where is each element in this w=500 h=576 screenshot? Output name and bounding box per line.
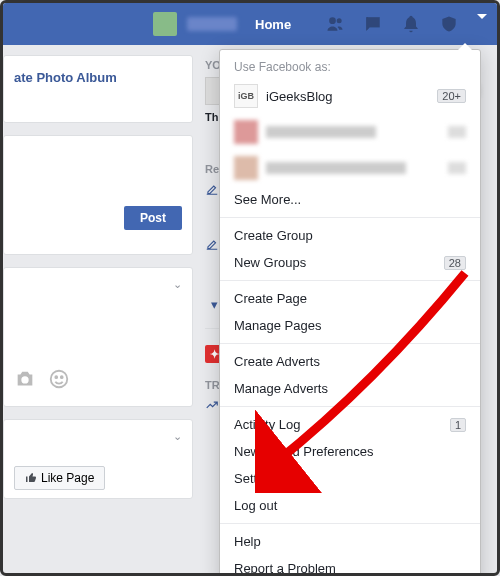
post-button[interactable]: Post [124,206,182,230]
edit-icon [205,182,219,196]
top-navbar: Home [3,3,497,45]
notifications-icon[interactable] [401,14,421,34]
page-badge: 20+ [437,89,466,103]
new-groups-item[interactable]: New Groups28 [220,249,480,276]
create-album-link[interactable]: ate Photo Album [14,70,117,85]
activity-badge: 1 [450,418,466,432]
camera-icon[interactable] [14,368,36,390]
switch-page-item-3[interactable] [220,150,480,186]
news-feed-prefs-item[interactable]: News Feed Preferences [220,438,480,465]
new-groups-badge: 28 [444,256,466,270]
home-link[interactable]: Home [255,17,291,32]
manage-adverts-item[interactable]: Manage Adverts [220,375,480,402]
emoji-icon[interactable] [48,368,70,390]
edit-icon-2 [205,237,219,251]
thumbs-up-icon [25,472,37,484]
blurred-thumb [234,120,258,144]
like-page-label: Like Page [41,471,94,485]
account-dropdown: Use Facebook as: iGB iGeeksBlog 20+ See … [219,49,481,576]
account-menu-caret-icon[interactable] [477,14,487,19]
collapse-chevron-icon-2[interactable]: ⌄ [173,430,182,443]
like-page-button[interactable]: Like Page [14,466,105,490]
switch-page-item[interactable]: iGB iGeeksBlog 20+ [220,78,480,114]
svg-point-0 [51,371,68,388]
page-name: iGeeksBlog [266,89,332,104]
dropdown-separator-3 [220,343,480,344]
page-icon: iGB [234,84,258,108]
create-page-item[interactable]: Create Page [220,285,480,312]
create-adverts-item[interactable]: Create Adverts [220,348,480,375]
create-group-item[interactable]: Create Group [220,222,480,249]
dropdown-use-as-label: Use Facebook as: [220,56,480,78]
dropdown-separator [220,217,480,218]
dropdown-separator-5 [220,523,480,524]
switch-page-item-2[interactable] [220,114,480,150]
blurred-thumb-2 [234,156,258,180]
report-problem-item[interactable]: Report a Problem [220,555,480,576]
svg-point-2 [61,376,63,378]
trending-icon [205,398,219,412]
logout-item[interactable]: Log out [220,492,480,519]
profile-name-blurred[interactable] [187,17,237,31]
profile-avatar[interactable] [153,12,177,36]
friend-requests-icon[interactable] [325,14,345,34]
collapse-chevron-icon[interactable]: ⌄ [173,278,182,291]
svg-point-1 [55,376,57,378]
messages-icon[interactable] [363,14,383,34]
manage-pages-item[interactable]: Manage Pages [220,312,480,339]
help-item[interactable]: Help [220,528,480,555]
privacy-icon[interactable] [439,14,459,34]
dropdown-separator-4 [220,406,480,407]
activity-log-item[interactable]: Activity Log1 [220,411,480,438]
see-more-item[interactable]: See More... [220,186,480,213]
left-column: ate Photo Album Post ⌄ ⌄ Like Page [3,55,193,511]
dropdown-separator-2 [220,280,480,281]
settings-item[interactable]: Settings [220,465,480,492]
